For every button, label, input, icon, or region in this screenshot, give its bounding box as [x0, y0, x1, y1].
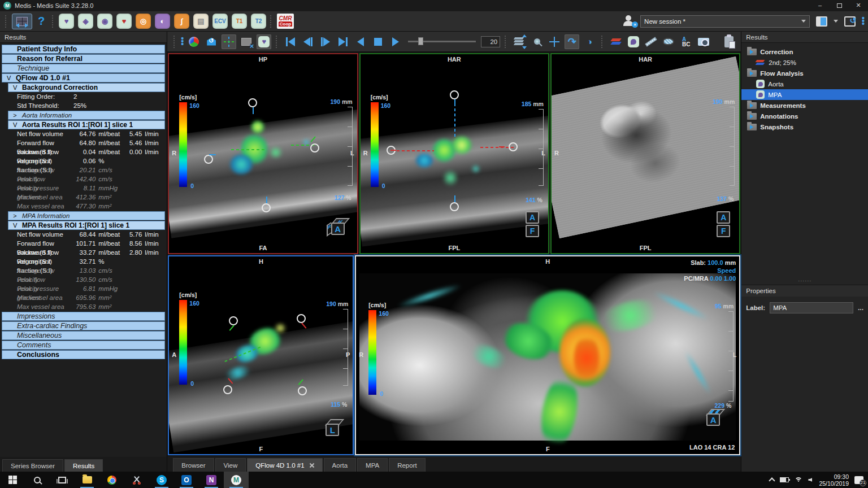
toolbar-grip[interactable]	[276, 36, 279, 48]
battery-icon[interactable]	[780, 477, 789, 482]
outlook-button[interactable]: O	[174, 472, 199, 488]
seed-point-marker[interactable]	[248, 98, 257, 107]
collapse-icon[interactable]: V	[13, 84, 22, 92]
app-launch-button[interactable]: ◎	[136, 14, 151, 29]
save-session-dropdown-icon[interactable]	[834, 20, 838, 23]
seed-point-marker[interactable]	[450, 90, 459, 99]
tree-item[interactable]: Correction	[741, 46, 868, 57]
expand-icon[interactable]: >	[13, 212, 22, 220]
aorta-information-bar[interactable]: >Aorta Information	[8, 111, 165, 120]
cmr-coop-button[interactable]: CMR Coop	[277, 14, 294, 29]
collapse-icon[interactable]: V	[7, 74, 16, 82]
rotate-3d-tool-button[interactable]: ↷	[565, 34, 579, 49]
viewport-3d-pcmra[interactable]: H F R L Slab: 100.0 mm Speed PC/MRA 0.00…	[355, 255, 740, 455]
tree-item[interactable]: 2nd; 25%	[741, 57, 868, 68]
first-frame-button[interactable]	[283, 34, 298, 49]
report-section-bar[interactable]: Conclusions	[2, 350, 165, 359]
orientation-cube[interactable]: A F	[526, 211, 540, 238]
report-section-bar[interactable]: Patient Study Info	[2, 45, 165, 54]
onenote-button[interactable]: N	[199, 472, 224, 488]
slider-handle[interactable]	[418, 37, 423, 45]
ruler-tool-button[interactable]	[644, 34, 658, 49]
close-tab-icon[interactable]	[309, 463, 314, 468]
app-launch-button[interactable]: T2	[251, 14, 266, 29]
mpa-information-bar[interactable]: >MPA Information	[8, 211, 165, 220]
frame-speed-slider[interactable]	[408, 41, 476, 42]
panel-splitter[interactable]: ······	[741, 277, 868, 285]
play-backward-button[interactable]	[353, 34, 368, 49]
viewport-har-fpl-flow[interactable]: HAR FPL R L [cm/s] 160 0 185 mm	[359, 53, 549, 254]
workspace-tab[interactable]: Report	[389, 458, 426, 472]
window-level-button[interactable]	[582, 34, 597, 49]
tray-expand-icon[interactable]	[769, 477, 775, 483]
mpa-results-bar[interactable]: VMPA Results ROI 1:[ROI 1] slice 1	[8, 221, 165, 230]
text-label-tool-button[interactable]: ABC	[679, 34, 693, 49]
close-button[interactable]: ✕	[849, 0, 868, 11]
workspace-tab[interactable]: QFlow 4D 1.0 #1	[247, 458, 322, 472]
notification-center-icon[interactable]: 21	[854, 476, 863, 484]
user-session-icon[interactable]: ×	[622, 15, 637, 28]
more-options-button[interactable]: ...	[858, 304, 863, 312]
seed-point-marker[interactable]	[297, 314, 306, 323]
minimize-button[interactable]: –	[810, 0, 830, 11]
next-frame-button[interactable]	[318, 34, 333, 49]
orientation-cube[interactable]: H R A	[330, 218, 347, 235]
flow-analysis-tool-button[interactable]	[626, 34, 641, 49]
skype-button[interactable]: S	[149, 472, 174, 488]
seed-point-marker[interactable]	[450, 202, 459, 211]
app-launch-button[interactable]: ▤	[193, 14, 209, 29]
toolbar-grip[interactable]	[505, 36, 507, 48]
app-launch-button[interactable]: ECV	[212, 14, 228, 29]
pan-tool-button[interactable]	[547, 34, 562, 49]
stop-button[interactable]	[371, 34, 385, 49]
app-launch-button[interactable]: ◉	[97, 14, 112, 29]
viewport-menu-button[interactable]: •••	[181, 37, 184, 46]
taskbar-clock[interactable]: 09:30 25/10/2019	[819, 473, 849, 487]
collapse-icon[interactable]: V	[13, 121, 22, 129]
seed-point-marker[interactable]	[509, 142, 518, 151]
qflow-section-bar[interactable]: VQFlow 4D 1.0 #1	[2, 73, 165, 82]
orientation-cube[interactable]: A	[705, 409, 722, 426]
wifi-icon[interactable]	[795, 477, 802, 483]
save-session-button[interactable]	[813, 14, 830, 29]
workspace-tab[interactable]: Browser	[173, 458, 214, 472]
report-section-bar[interactable]: Extra-cardiac Findings	[2, 321, 165, 330]
report-section-bar[interactable]: Miscellaneous	[2, 331, 165, 340]
medis-taskbar-button[interactable]: M	[224, 472, 249, 488]
label-field[interactable]: MPA	[770, 302, 853, 313]
frame-count-field[interactable]: 20	[481, 36, 500, 47]
session-combobox[interactable]: New session *	[640, 15, 810, 28]
last-frame-button[interactable]	[336, 34, 350, 49]
report-section-bar[interactable]: Reason for Referral	[2, 54, 165, 63]
zoom-tool-button[interactable]	[530, 34, 544, 49]
app-launch-button[interactable]: ∫	[174, 14, 189, 29]
play-button[interactable]	[388, 34, 403, 49]
scroll-slices-button[interactable]	[512, 34, 527, 49]
toolbar-grip[interactable]	[270, 15, 273, 28]
tree-item[interactable]: MPA	[741, 89, 868, 100]
viewport-h-f-sagittal[interactable]: H F A P [cm/s] 160 0 190 mm	[168, 255, 354, 455]
overflow-menu-button[interactable]: •••	[862, 17, 865, 25]
copy-to-clipboard-button[interactable]	[722, 34, 736, 49]
app-launch-button[interactable]: ♥	[59, 14, 74, 29]
taskbar-search-button[interactable]	[25, 472, 50, 488]
workspace-tab[interactable]: View	[215, 458, 246, 472]
left-panel-tab[interactable]: Series Browser	[2, 459, 63, 472]
background-correction-bar[interactable]: VBackground Correction	[8, 83, 165, 92]
viewport-har-fpl-phase[interactable]: HAR FPL R 190 mm 137 % A F	[550, 53, 740, 254]
workspace-tab[interactable]: MPA	[357, 458, 388, 472]
collapse-icon[interactable]: V	[13, 221, 22, 230]
report-section-bar[interactable]: Comments	[2, 341, 165, 350]
snipping-tool-button[interactable]	[124, 472, 149, 488]
expand-icon[interactable]: >	[13, 111, 22, 120]
volume-icon[interactable]	[808, 478, 812, 482]
help-button[interactable]: ?	[34, 15, 48, 28]
layout-switch-button[interactable]	[12, 14, 32, 29]
tree-item[interactable]: Measurements	[741, 100, 868, 111]
color-overlay-button[interactable]	[186, 34, 201, 49]
left-panel-tab[interactable]: Results	[64, 459, 103, 472]
aorta-results-bar[interactable]: VAorta Results ROI 1:[ROI 1] slice 1	[8, 120, 165, 129]
toolbar-grip[interactable]	[52, 15, 55, 28]
chrome-button[interactable]	[99, 472, 124, 488]
flow-overlay-toggle-button[interactable]: ♥	[257, 34, 271, 49]
